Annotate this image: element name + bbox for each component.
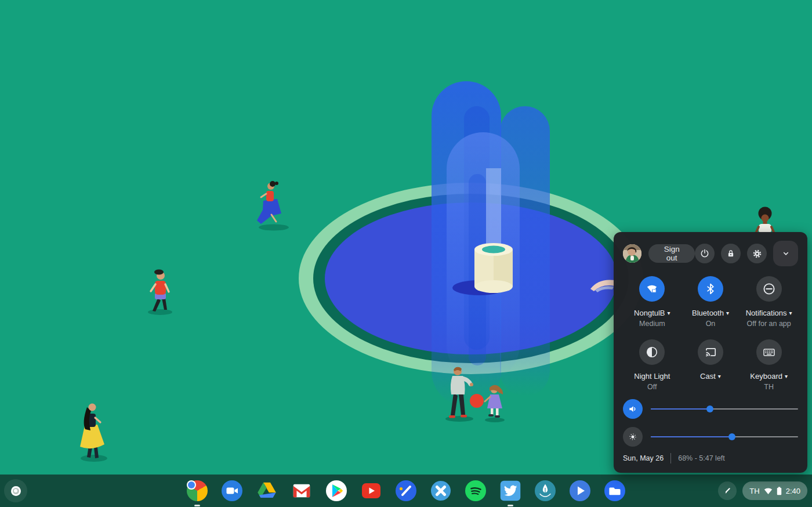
launcher-button[interactable] [4,479,27,502]
power-icon [699,248,710,259]
system-tray[interactable]: TH 2:40 [742,481,807,500]
play-triangle-icon [570,480,590,501]
do-not-disturb-icon [762,282,776,296]
shelf: TH 2:40 [0,475,812,507]
tile-cast[interactable]: Cast▾ [682,339,740,391]
clock: 2:40 [786,487,800,495]
drive-icon [256,480,277,501]
quick-settings-top-row: Sign out [623,240,798,267]
files-folder-icon [604,480,625,501]
app-canvas[interactable] [396,480,416,501]
quick-settings-tiles: NongtulB▾ Medium Bluetooth▾ On [623,276,798,391]
wifi-status-icon [764,487,773,495]
app-twitter[interactable] [500,480,521,501]
battery-status-label: 68% - 5:47 left [678,454,725,462]
brightness-row [623,427,798,447]
power-button[interactable] [695,244,715,263]
tile-notifications[interactable]: Notifications▾ Off for an app [740,276,798,328]
stylus-pen-icon [723,486,732,495]
volume-slider[interactable] [651,403,798,415]
running-indicator [194,505,200,506]
cast-icon [704,345,717,359]
canvas-pen-icon [396,480,416,501]
app-play-store[interactable] [326,480,347,501]
user-avatar[interactable] [623,244,641,263]
tile-network[interactable]: NongtulB▾ Medium [623,276,682,328]
desktop: Sign out [0,0,812,507]
quick-settings-panel: Sign out [614,232,807,473]
app-x[interactable] [430,480,451,501]
app-pen-nib[interactable] [535,480,556,501]
play-store-icon [326,480,347,501]
bluetooth-icon [704,283,717,295]
stylus-tools-button[interactable] [718,481,737,500]
wallpaper-red-ball [470,394,484,408]
brightness-slider-knob[interactable] [728,433,735,440]
settings-button[interactable] [747,244,767,263]
twitter-icon [500,480,521,501]
app-duo[interactable] [222,480,242,501]
launcher-icon [11,486,21,496]
app-chrome[interactable] [187,480,208,501]
avatar-photo [623,244,641,263]
status-area: TH 2:40 [718,481,807,500]
date-label[interactable]: Sun, May 26 [623,454,664,462]
volume-mute-button[interactable] [623,399,643,419]
battery-status-icon [777,487,782,495]
night-light-icon [645,345,659,359]
caret-down-icon: ▾ [789,310,792,316]
speaker-icon [628,404,638,414]
app-gmail[interactable] [291,480,312,501]
spotify-icon [465,480,486,501]
wifi-lock-icon [645,282,659,296]
chrome-icon [187,480,208,501]
settings-gear-icon [752,248,763,259]
caret-down-icon: ▾ [726,310,729,316]
lock-button[interactable] [721,244,741,263]
brightness-icon [628,432,638,442]
gmail-icon [291,480,312,501]
footer-divider [670,453,671,463]
running-indicator [507,505,513,506]
app-spotify[interactable] [465,480,486,501]
app-youtube[interactable] [361,480,382,501]
keyboard-icon [762,345,776,359]
x-icon [430,480,451,501]
app-play-video[interactable] [570,480,590,501]
ime-indicator: TH [749,487,759,495]
caret-down-icon: ▾ [785,374,788,379]
pen-nib-icon [535,480,556,501]
app-drive[interactable] [256,480,277,501]
collapse-panel-button[interactable] [773,241,798,266]
app-files[interactable] [604,480,625,501]
sign-out-button[interactable]: Sign out [648,244,695,263]
brightness-slider[interactable] [651,431,798,443]
youtube-icon [361,480,382,501]
quick-settings-footer: Sun, May 26 68% - 5:47 left [623,450,798,465]
lock-icon [726,248,736,259]
tile-night-light[interactable]: Night Light Off [623,339,682,391]
brightness-button[interactable] [623,427,643,447]
collapse-chevron-icon [781,248,791,259]
caret-down-icon: ▾ [668,310,670,316]
volume-slider-knob[interactable] [706,405,713,412]
duo-icon [222,480,242,501]
tile-keyboard[interactable]: Keyboard▾ TH [740,339,798,391]
caret-down-icon: ▾ [718,374,721,379]
tile-bluetooth[interactable]: Bluetooth▾ On [682,276,740,328]
volume-row [623,399,798,419]
app-dock [187,480,625,501]
